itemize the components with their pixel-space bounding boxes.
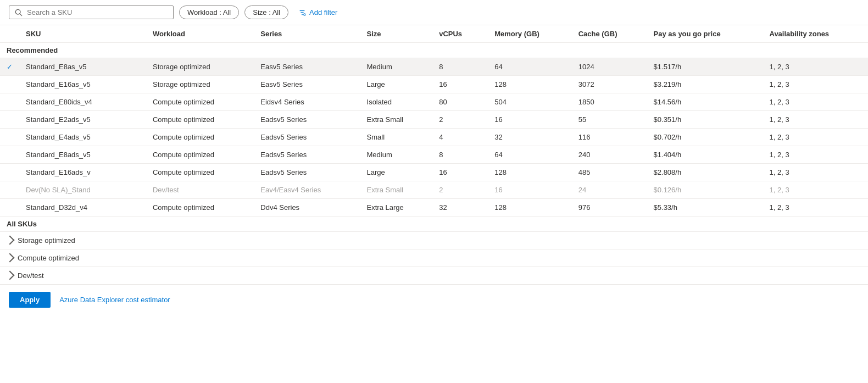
row-size: Large (360, 164, 433, 181)
row-series: Ddv4 Series (254, 199, 360, 217)
row-size: Extra Small (360, 181, 433, 199)
row-cache: 3072 (572, 76, 647, 93)
row-workload: Storage optimized (146, 58, 254, 76)
row-check (0, 146, 19, 164)
row-sku: Standard_E4ads_v5 (19, 129, 146, 146)
table-header: SKU Workload Series Size vCPUs Memory (G… (0, 25, 868, 43)
search-box[interactable] (9, 5, 174, 19)
group-label: Dev/test (18, 271, 44, 280)
row-sku: Standard_E16as_v5 (19, 76, 146, 93)
row-cache: 55 (572, 111, 647, 129)
add-filter-button[interactable]: Add filter (294, 6, 342, 19)
row-series: Eav4/Easv4 Series (254, 181, 360, 199)
table-row[interactable]: Standard_E8ads_v5 Compute optimized Eads… (0, 146, 868, 164)
col-vcpus[interactable]: vCPUs (432, 25, 488, 43)
row-vcpus: 2 (432, 181, 488, 199)
col-az[interactable]: Availability zones (763, 25, 868, 43)
row-az: 1, 2, 3 (763, 93, 868, 111)
expand-button[interactable]: Compute optimized (7, 254, 79, 262)
table-row[interactable]: Standard_E4ads_v5 Compute optimized Eads… (0, 129, 868, 146)
row-vcpus: 4 (432, 129, 488, 146)
row-cache: 976 (572, 199, 647, 217)
row-check (0, 93, 19, 111)
row-cache: 1024 (572, 58, 647, 76)
col-price[interactable]: Pay as you go price (647, 25, 763, 43)
table-container: SKU Workload Series Size vCPUs Memory (G… (0, 25, 868, 285)
row-series: Eidsv4 Series (254, 93, 360, 111)
cost-estimator-link[interactable]: Azure Data Explorer cost estimator (59, 296, 170, 304)
row-check (0, 199, 19, 217)
row-price: $1.517/h (647, 58, 763, 76)
chevron-icon (5, 270, 15, 280)
row-check (0, 129, 19, 146)
sku-group-row[interactable]: Compute optimized (0, 249, 868, 267)
search-input[interactable] (27, 8, 168, 16)
row-price: $0.702/h (647, 129, 763, 146)
row-workload: Compute optimized (146, 93, 254, 111)
row-size: Extra Large (360, 199, 433, 217)
row-series: Eadsv5 Series (254, 111, 360, 129)
sku-group-row[interactable]: Dev/test (0, 267, 868, 285)
sku-group-expand[interactable]: Storage optimized (0, 232, 868, 249)
sku-group-expand[interactable]: Dev/test (0, 267, 868, 285)
table-row[interactable]: Standard_E16as_v5 Storage optimized Easv… (0, 76, 868, 93)
col-cache[interactable]: Cache (GB) (572, 25, 647, 43)
row-price: $5.33/h (647, 199, 763, 217)
row-price: $0.126/h (647, 181, 763, 199)
row-memory: 128 (488, 164, 571, 181)
row-memory: 16 (488, 181, 571, 199)
table-row[interactable]: Standard_D32d_v4 Compute optimized Ddv4 … (0, 199, 868, 217)
row-az: 1, 2, 3 (763, 129, 868, 146)
col-sku[interactable]: SKU (19, 25, 146, 43)
row-cache: 240 (572, 146, 647, 164)
add-filter-icon (298, 9, 306, 16)
size-filter[interactable]: Size : All (244, 5, 288, 19)
row-memory: 128 (488, 199, 571, 217)
chevron-icon (5, 235, 15, 245)
col-workload[interactable]: Workload (146, 25, 254, 43)
col-memory[interactable]: Memory (GB) (488, 25, 571, 43)
table-row[interactable]: Standard_E80ids_v4 Compute optimized Eid… (0, 93, 868, 111)
group-label: Compute optimized (18, 254, 79, 262)
table-row[interactable]: Dev(No SLA)_Stand Dev/test Eav4/Easv4 Se… (0, 181, 868, 199)
row-memory: 128 (488, 76, 571, 93)
apply-button[interactable]: Apply (9, 292, 51, 308)
row-memory: 32 (488, 129, 571, 146)
row-series: Eadsv5 Series (254, 146, 360, 164)
row-check (0, 164, 19, 181)
row-series: Eadsv5 Series (254, 164, 360, 181)
row-sku: Dev(No SLA)_Stand (19, 181, 146, 199)
row-size: Medium (360, 146, 433, 164)
row-sku: Standard_E8ads_v5 (19, 146, 146, 164)
row-az: 1, 2, 3 (763, 111, 868, 129)
row-check (0, 111, 19, 129)
row-cache: 1850 (572, 93, 647, 111)
row-cache: 485 (572, 164, 647, 181)
col-series[interactable]: Series (254, 25, 360, 43)
table-row[interactable]: ✓ Standard_E8as_v5 Storage optimized Eas… (0, 58, 868, 76)
row-sku: Standard_E8as_v5 (19, 58, 146, 76)
col-size[interactable]: Size (360, 25, 433, 43)
workload-filter[interactable]: Workload : All (179, 5, 239, 19)
row-cache: 24 (572, 181, 647, 199)
sku-group-row[interactable]: Storage optimized (0, 232, 868, 249)
search-icon (15, 9, 23, 16)
row-sku: Standard_D32d_v4 (19, 199, 146, 217)
table-row[interactable]: Standard_E2ads_v5 Compute optimized Eads… (0, 111, 868, 129)
table-row[interactable]: Standard_E16ads_v Compute optimized Eads… (0, 164, 868, 181)
row-check (0, 76, 19, 93)
row-cache: 116 (572, 129, 647, 146)
row-size: Extra Small (360, 111, 433, 129)
expand-button[interactable]: Storage optimized (7, 236, 75, 245)
row-price: $3.219/h (647, 76, 763, 93)
row-price: $0.351/h (647, 111, 763, 129)
row-series: Easv5 Series (254, 76, 360, 93)
expand-button[interactable]: Dev/test (7, 271, 44, 280)
row-size: Medium (360, 58, 433, 76)
row-sku: Standard_E16ads_v (19, 164, 146, 181)
sku-group-expand[interactable]: Compute optimized (0, 249, 868, 267)
row-vcpus: 16 (432, 164, 488, 181)
row-check: ✓ (0, 58, 19, 76)
all-skus-section-header: All SKUs (0, 217, 868, 232)
row-workload: Compute optimized (146, 199, 254, 217)
